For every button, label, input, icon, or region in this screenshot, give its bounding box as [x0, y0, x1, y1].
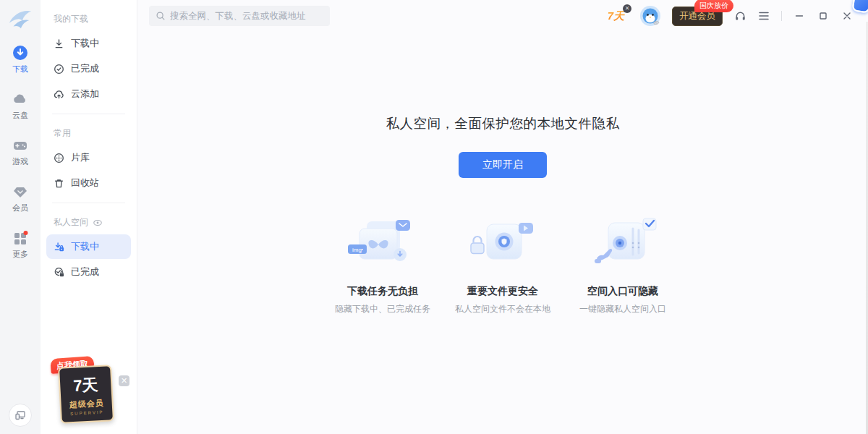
rail-label: 游戏 — [12, 156, 28, 167]
rail-item-more[interactable]: 更多 — [12, 230, 28, 260]
feature-title: 重要文件更安全 — [448, 285, 557, 298]
headset-icon — [734, 10, 746, 22]
sidebar-item-label: 云添加 — [71, 88, 99, 101]
close-icon — [842, 11, 852, 21]
feature-hide-entrance: 空间入口可隐藏 一键隐藏私人空间入口 — [569, 213, 677, 315]
support-button[interactable] — [733, 9, 746, 22]
banner-close-icon[interactable]: ✕ — [119, 375, 129, 386]
banner-vip-label: 超级会员 — [65, 397, 108, 410]
feature-hide-tasks: img 下载任务无负担 隐藏下载中、已完成任务 — [328, 213, 437, 315]
sidebar-item-label: 回收站 — [71, 176, 99, 190]
trial-days-label: 7天 — [608, 9, 624, 22]
sidebar-item-label: 已完成 — [71, 62, 99, 75]
sidebar-item-private-completed[interactable]: 已完成 — [46, 260, 131, 284]
enable-now-button[interactable]: 立即开启 — [459, 152, 547, 178]
vip-trial-banner[interactable]: 点我领取 7天 超级会员 SUPERVIP — [59, 366, 113, 422]
app-window: 下载 云盘 游戏 会员 — [0, 0, 868, 434]
rail-item-cloud-drive[interactable]: 云盘 — [12, 91, 28, 121]
minimize-button[interactable] — [793, 9, 806, 22]
main-area: 7天 ✕ — [137, 0, 868, 434]
page-title: 私人空间，全面保护您的本地文件隐私 — [137, 114, 868, 132]
sidebar-group-my-downloads: 我的下载 — [46, 9, 131, 31]
topbar: 7天 ✕ — [137, 0, 868, 32]
sidebar-item-cloud-add[interactable]: 云添加 — [46, 82, 131, 106]
group-header-label: 常用 — [54, 127, 71, 140]
cloud-icon — [12, 91, 28, 107]
rail-label: 云盘 — [12, 110, 28, 121]
check-lock-icon — [54, 267, 64, 278]
download-lock-icon — [54, 242, 64, 252]
rail-label: 更多 — [12, 249, 28, 260]
download-circle-icon — [12, 45, 28, 61]
sidebar-item-private-downloading[interactable]: 下载中 — [46, 234, 131, 259]
more-grid-icon — [12, 230, 28, 246]
maximize-button[interactable] — [817, 9, 830, 22]
main-menu-button[interactable] — [757, 9, 770, 22]
sidebar-group-common: 常用 — [46, 123, 131, 145]
sidebar-item-label: 下载中 — [71, 37, 99, 50]
feature-list: img 下载任务无负担 隐藏下载中、已完成任务 — [137, 213, 868, 315]
check-circle-icon — [54, 64, 64, 75]
cloud-add-icon — [54, 89, 64, 100]
vip-promo-badge: 国庆放价 — [694, 0, 733, 12]
banner-card[interactable]: 7天 超级会员 SUPERVIP — [58, 365, 114, 424]
avatar[interactable] — [639, 5, 661, 27]
search-icon — [156, 11, 166, 21]
search-bar[interactable] — [149, 6, 330, 26]
safe-cube-illustration — [448, 213, 557, 276]
diamond-icon — [12, 184, 28, 200]
sidebar-item-recycle-bin[interactable]: 回收站 — [46, 171, 131, 195]
feature-subtitle: 私人空间文件不会在本地 — [448, 303, 557, 315]
rail-label: 会员 — [12, 203, 28, 213]
hamburger-menu-icon — [758, 11, 770, 21]
feature-subtitle: 一键隐藏私人空间入口 — [569, 303, 677, 315]
sidebar-item-downloading[interactable]: 下载中 — [46, 31, 131, 56]
banner-vip-sub: SUPERVIP — [66, 409, 108, 416]
eye-icon[interactable] — [93, 218, 103, 228]
sidebar-group-private-space: 私人空间 — [46, 212, 131, 234]
folders-illustration: img — [328, 213, 437, 276]
sidebar-divider — [52, 203, 125, 203]
group-header-label: 私人空间 — [54, 216, 88, 229]
search-input[interactable] — [170, 11, 323, 21]
avatar-bird-icon — [639, 5, 661, 30]
topbar-separator — [781, 11, 782, 21]
rail-item-games[interactable]: 游戏 — [12, 137, 28, 167]
feature-title: 空间入口可隐藏 — [569, 285, 677, 298]
gamepad-icon — [12, 137, 28, 153]
maximize-icon — [818, 11, 828, 21]
close-button[interactable] — [841, 9, 854, 22]
download-icon — [54, 38, 64, 49]
feature-file-safety: 重要文件更安全 私人空间文件不会在本地 — [448, 213, 557, 315]
trial-days-badge[interactable]: 7天 ✕ — [608, 9, 629, 23]
group-header-label: 我的下载 — [54, 13, 88, 25]
left-rail: 下载 云盘 游戏 会员 — [0, 0, 41, 434]
film-reel-icon — [54, 153, 64, 163]
device-transfer-icon — [14, 409, 26, 421]
hidden-entry-illustration — [569, 213, 677, 276]
sidebar-item-label: 下载中 — [71, 240, 99, 253]
remote-device-button[interactable] — [9, 404, 32, 427]
feature-subtitle: 隐藏下载中、已完成任务 — [328, 303, 437, 315]
svg-text:img: img — [352, 247, 362, 253]
banner-days: 7天 — [64, 377, 107, 395]
feature-title: 下载任务无负担 — [328, 285, 437, 298]
rail-item-vip[interactable]: 会员 — [12, 184, 28, 213]
sidebar: 我的下载 下载中 已完成 云添加 常用 — [41, 0, 137, 434]
trial-close-icon[interactable]: ✕ — [623, 4, 631, 13]
sidebar-item-label: 片库 — [71, 151, 90, 164]
rail-label: 下载 — [12, 64, 28, 75]
trash-icon — [54, 178, 64, 189]
rail-item-download[interactable]: 下载 — [12, 45, 28, 75]
open-vip-label: 开通会员 — [679, 11, 715, 21]
thunder-logo-icon — [7, 6, 34, 33]
sidebar-item-film-library[interactable]: 片库 — [46, 145, 131, 170]
sidebar-divider — [52, 114, 125, 114]
topbar-right: 7天 ✕ — [608, 5, 854, 27]
minimize-icon — [794, 11, 804, 21]
sidebar-item-completed[interactable]: 已完成 — [46, 56, 131, 81]
private-space-hero: 私人空间，全面保护您的本地文件隐私 立即开启 — [137, 114, 868, 178]
sidebar-item-label: 已完成 — [71, 265, 99, 278]
open-vip-button[interactable]: 开通会员 国庆放价 — [672, 7, 723, 26]
